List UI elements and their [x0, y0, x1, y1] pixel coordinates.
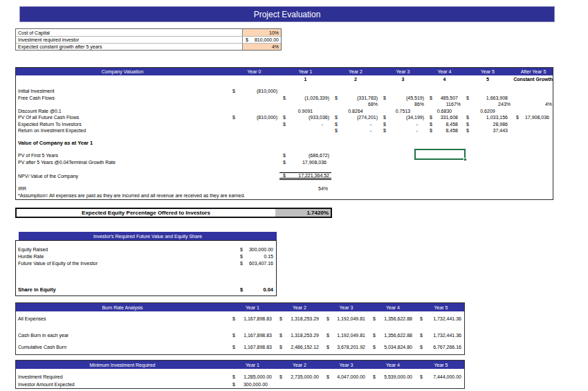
cell-roi-y2[interactable]: $- [331, 127, 380, 134]
investment-required-cell[interactable]: $ 810,000.00 [242, 37, 281, 43]
cell-pvall-y5[interactable]: $1,033,156 [463, 114, 513, 121]
cell-cash-burn-y5[interactable]: $1,732,441.36 [416, 331, 466, 340]
col-header-year2: Year 2 [331, 68, 380, 75]
section-title: Value of Company as at Year 1 [16, 139, 554, 147]
currency-symbol: $ [420, 333, 423, 338]
burn-rate-header-row: Burn Rate Analysis Year 1 Year 2 Year 3 … [16, 303, 464, 311]
cell-fcf-y1[interactable]: $(1,026,339) [279, 95, 331, 102]
cell-discount-y1[interactable]: 0.9091 [279, 108, 331, 115]
cell-investor-amount-y1[interactable]: $300,000.00 [229, 381, 276, 388]
cell-growth-y5[interactable]: 243% [463, 101, 513, 108]
growth-rate-cell[interactable]: 4% [242, 44, 281, 50]
cell-all-expenses-y2[interactable]: $1,318,253.29 [276, 314, 323, 323]
cell-discount-y4[interactable]: 0.6830 [426, 108, 463, 115]
cell-roi-y3[interactable]: $- [380, 127, 426, 134]
equity-offer-value-cell[interactable]: 1.7420% [275, 209, 331, 217]
cell-fcf-y3[interactable]: $(45,519) [380, 95, 426, 102]
cell-expret-y2[interactable]: $- [331, 121, 380, 128]
cell-value: 243% [498, 102, 511, 107]
cell-cum-burn-y3[interactable]: $3,678,201.92 [323, 343, 369, 352]
table-title: Burn Rate Analysis [16, 303, 229, 311]
currency-symbol: $ [516, 115, 519, 120]
cell-pvall-y1[interactable]: $(933,036) [279, 114, 331, 121]
cell-fcf-y2[interactable]: $(331,783) [331, 95, 380, 102]
cell-inv-req-y1[interactable]: $1,285,000.00 [229, 372, 276, 381]
cell-growth-y3[interactable]: 86% [380, 101, 426, 108]
cell-all-expenses-y1[interactable]: $1,167,898.83 [229, 314, 276, 323]
cell-growth-after[interactable]: 4% [513, 101, 554, 108]
cell-discount-y2[interactable]: 0.8264 [331, 108, 380, 115]
cell-cum-burn-y2[interactable]: $2,486,152.12 [276, 343, 323, 352]
cell-inv-req-y4[interactable]: $5,539,000.00 [369, 372, 416, 381]
currency-symbol: $ [466, 115, 469, 120]
cell-cum-burn-y4[interactable]: $5,034,824.80 [369, 343, 416, 352]
cell-all-expenses-y5[interactable]: $1,732,441.36 [416, 314, 466, 323]
currency-symbol: $ [327, 333, 329, 338]
cell-npv-y1[interactable]: $17,221,364.52 [279, 172, 331, 180]
cell-growth-y4[interactable]: 1167% [426, 101, 463, 108]
cell-future-value[interactable]: $603,407.16 [237, 261, 276, 266]
cell-value: (810,000) [257, 89, 277, 93]
selected-cell[interactable] [414, 149, 466, 160]
row-fcf-growth: 68% 86% 1167% 243% 4% [16, 101, 553, 108]
cell-discount-y5[interactable]: 0.6209 [463, 108, 513, 115]
currency-symbol: $ [232, 333, 235, 338]
col-header-after-year5: After Year 5 [513, 68, 554, 75]
cell-inv-req-y3[interactable]: $4,047,000.00 [323, 372, 369, 381]
cell-hurdle-rate[interactable]: $0.15 [237, 254, 276, 259]
page-title: Project Evaluation [19, 6, 555, 22]
cell-expret-y4[interactable]: $8,458 [426, 121, 463, 128]
cell-pvall-y4[interactable]: $331,608 [426, 114, 463, 121]
row-label: Share in Equity [16, 287, 237, 293]
cell-all-expenses-y3[interactable]: $1,192,049.81 [323, 314, 369, 323]
cell-expret-y3[interactable]: $- [380, 121, 426, 128]
currency-symbol: $ [232, 89, 235, 93]
cell-cum-burn-y1[interactable]: $1,167,898.83 [229, 343, 276, 352]
cell-expret-y5[interactable]: $28,986 [463, 121, 513, 128]
cell-expret-y1[interactable]: $- [279, 121, 331, 128]
cell-cash-burn-y3[interactable]: $1,192,049.81 [323, 331, 369, 340]
cell-inv-req-y5[interactable]: $7,444,000.00 [416, 372, 466, 381]
cell-value: - [322, 122, 323, 127]
row-cash-burn: Cash Burn in each year $1,167,898.83 $1,… [16, 331, 464, 340]
row-investment-required: Investment Required $1,285,000.00 $2,735… [16, 372, 464, 381]
cell-value: 1,732,441.36 [433, 333, 461, 338]
cell-growth-y2[interactable]: 68% [331, 101, 380, 108]
col-header-year4: Year 4 [369, 361, 416, 369]
cell-pvfirst5-y1[interactable]: $(686,672) [279, 152, 331, 159]
row-roi-expected: Return on Investment Expected $- $- $8,4… [16, 127, 553, 134]
row-label: Cumulative Cash Burn [16, 345, 229, 349]
cell-discount-y3[interactable]: 0.7513 [380, 108, 426, 115]
cell-cash-burn-y4[interactable]: $1,356,622.88 [369, 331, 416, 340]
cell-pvall-y0[interactable]: $(810,000) [229, 114, 279, 121]
currency-symbol: $ [373, 316, 376, 321]
cell-fcf-y4[interactable]: $485,507 [426, 95, 463, 102]
equity-offer-bar: Expected Equity Percentage Offered to In… [15, 208, 332, 218]
fill-handle[interactable] [463, 158, 467, 161]
cell-irr-y1[interactable]: 54% [279, 185, 331, 192]
cell-equity-raised[interactable]: $300,000.00 [237, 247, 276, 252]
cell-inv-req-y2[interactable]: $2,735,000.00 [276, 372, 323, 381]
assumption-row: Cost of Capital 10% [16, 29, 281, 36]
cell-value: 300,000.00 [249, 247, 273, 252]
cell-cum-burn-y5[interactable]: $6,767,266.16 [416, 343, 466, 352]
cell-all-expenses-y4[interactable]: $1,356,622.88 [369, 314, 416, 323]
cost-of-capital-cell[interactable]: 10% [242, 29, 281, 36]
col-header-year3: Year 3 [323, 361, 369, 369]
cell-pvall-y2[interactable]: $(274,201) [331, 114, 380, 121]
valuation-header-row: Company Valuation Year 0 Year 1 Year 2 Y… [16, 68, 553, 75]
cell-value: 4% [545, 102, 552, 107]
cell-pvall-after[interactable]: $17,908,036 [513, 114, 554, 121]
cell-cash-burn-y2[interactable]: $1,318,253.29 [276, 331, 323, 340]
cell-pvall-y3[interactable]: $(34,199) [380, 114, 426, 121]
cell-initial-investment-y0[interactable]: $ (810,000) [229, 88, 279, 95]
cell-share-in-equity[interactable]: $0.04 [237, 287, 276, 293]
cell-roi-y4[interactable]: $8,458 [426, 127, 463, 134]
currency-symbol: $ [232, 374, 235, 379]
cell-pvafter5-y1[interactable]: $17,908,036 [279, 159, 331, 166]
cell-fcf-y5[interactable]: $1,663,908 [463, 95, 513, 102]
cell-roi-y5[interactable]: $37,443 [463, 127, 513, 134]
period-5: 5 [463, 75, 513, 82]
cell-cash-burn-y1[interactable]: $1,167,898.83 [229, 331, 276, 340]
cell-value: 1,732,441.36 [433, 316, 461, 321]
